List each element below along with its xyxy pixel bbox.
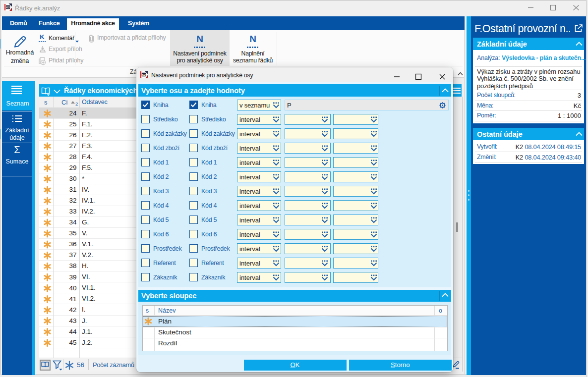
svg-text:K2: K2 [6,6,9,9]
svg-text:K2: K2 [142,73,145,76]
